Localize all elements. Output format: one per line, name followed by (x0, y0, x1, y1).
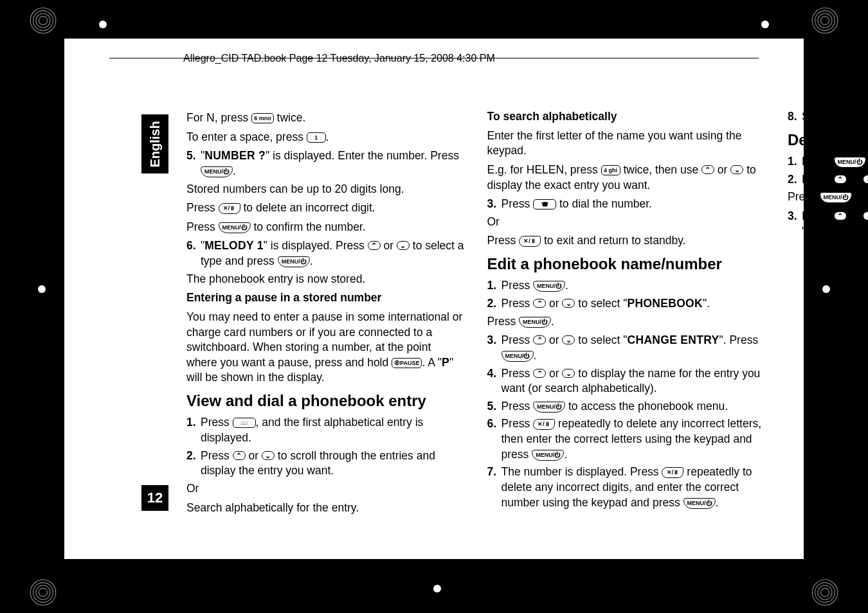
key-up: ⌃ (834, 175, 847, 184)
key-pause: ⦿PAUSE (392, 358, 422, 368)
key-4: 4 ghi (601, 165, 620, 175)
line-press-menu-2: Press MENU/⏻. (788, 190, 868, 205)
del-step-2: 2. Press ⌃ or ⌄ to select "PHONEBOOK". (788, 172, 868, 188)
key-menu: MENU/⏻ (502, 351, 534, 362)
line-space: To enter a space, press 1. (186, 130, 465, 145)
key-up: ⌃ (533, 335, 546, 344)
key-down: ⌄ (863, 211, 868, 220)
line-search: Search alphabetically for the entry. (186, 501, 465, 516)
print-mark-arc (29, 6, 57, 35)
key-down: ⌄ (863, 175, 868, 184)
key-down: ⌄ (562, 369, 575, 378)
key-down: ⌄ (562, 299, 575, 308)
svg-point-11 (39, 588, 47, 596)
heading-delete: Delete a phonebook name/number (788, 130, 868, 150)
line-pause-body: You may need to enter a pause in some in… (186, 310, 465, 386)
key-up: ⌃ (834, 211, 847, 220)
key-down: ⌄ (262, 451, 275, 460)
key-menu: MENU/⏻ (834, 157, 866, 168)
key-menu: MENU/⏻ (519, 317, 551, 328)
key-1: 1 (307, 132, 326, 143)
language-tab: English (141, 114, 168, 173)
edit-step-4: 4. Press ⌃ or ⌄ to display the name for … (487, 366, 766, 396)
line-delete-digit: Press ✕/⏸ to delete an incorrect digit. (186, 200, 465, 216)
del-step-1: 1. Press MENU/⏻. (788, 154, 868, 170)
key-menu: MENU/⏻ (683, 498, 716, 509)
view-step-2: 2. Press ⌃ or ⌄ to scroll through the en… (186, 449, 465, 479)
svg-point-10 (36, 585, 50, 600)
header-text: Allegro_CID TAD.book Page 12 Tuesday, Ja… (183, 53, 495, 64)
svg-point-7 (820, 16, 829, 24)
heading-pause: Entering a pause in a stored number (186, 290, 465, 306)
key-phonebook: 📖 (233, 418, 256, 428)
svg-point-6 (818, 13, 832, 28)
step-5: 5. "NUMBER ?" is displayed. Enter the nu… (186, 148, 465, 179)
line-or2: Or (487, 215, 766, 230)
line-or: Or (186, 481, 465, 497)
svg-point-12 (812, 580, 838, 605)
svg-point-0 (30, 8, 56, 33)
heading-search: To search alphabetically (487, 109, 766, 125)
key-menu: MENU/⏻ (278, 256, 310, 267)
print-crosshair (23, 270, 61, 308)
svg-point-8 (30, 580, 56, 605)
manual-page: Allegro_CID TAD.book Page 12 Tuesday, Ja… (64, 39, 804, 559)
key-up: ⌃ (533, 299, 546, 308)
edit-step-3: 3. Press ⌃ or ⌄ to select "CHANGE ENTRY"… (487, 333, 766, 363)
key-down: ⌄ (730, 165, 743, 174)
svg-point-2 (36, 13, 50, 28)
edit-step-5: 5. Press MENU/⏻ to access the phonebook … (487, 399, 766, 414)
del-step-3: 3. Press ⌃ or ⌄ to select "DELETE ENTRY"… (788, 209, 868, 239)
line-search-body: Enter the first letter of the name you w… (487, 129, 766, 159)
key-dial: ☎ (533, 199, 556, 209)
edit-step-1: 1. Press MENU/⏻. (487, 278, 766, 294)
heading-view-dial: View and dial a phonebook entry (186, 391, 465, 411)
key-cancel: ✕/⏸ (533, 419, 555, 430)
edit-step-7: 7. The number is displayed. Press ✕/⏸ re… (487, 465, 766, 510)
key-6: 6 mno (251, 113, 274, 123)
key-menu: MENU/⏻ (820, 192, 852, 203)
step-6: 6. "MELODY 1" is displayed. Press ⌃ or ⌄… (186, 238, 465, 269)
key-up: ⌃ (368, 241, 381, 250)
line-stored: The phonebook entry is now stored. (186, 272, 465, 287)
print-mark-arc (29, 578, 57, 607)
line-n: For N, press 6 mno twice. (186, 111, 465, 126)
line-press-menu: Press MENU/⏻. (487, 314, 766, 330)
key-menu: MENU/⏻ (533, 402, 565, 413)
key-menu: MENU/⏻ (219, 222, 251, 233)
content-columns: For N, press 6 mno twice. To enter a spa… (186, 109, 765, 520)
print-mark-arc (811, 6, 839, 35)
edit-step-8: 8. Select a melody type and press MENU/⏻… (788, 109, 868, 125)
key-down: ⌄ (397, 241, 410, 250)
svg-point-15 (820, 588, 829, 596)
view-step-3: 3. Press ☎ to dial the number. (487, 197, 766, 212)
svg-point-4 (812, 8, 838, 33)
key-menu: MENU/⏻ (533, 281, 565, 292)
line-exit: Press ✕/⏸ to exit and return to standby. (487, 233, 766, 249)
key-up: ⌃ (533, 369, 546, 378)
line-confirm: Press MENU/⏻ to confirm the number. (186, 220, 465, 235)
key-menu: MENU/⏻ (532, 450, 564, 461)
edit-step-2: 2. Press ⌃ or ⌄ to select "PHONEBOOK". (487, 296, 766, 312)
line-stored-digits: Stored numbers can be up to 20 digits lo… (186, 182, 465, 197)
print-crosshair (746, 5, 784, 44)
key-up: ⌃ (701, 165, 714, 174)
key-up: ⌃ (233, 451, 246, 460)
print-crosshair (84, 5, 122, 44)
heading-edit: Edit a phonebook name/number (487, 254, 766, 274)
key-cancel: ✕/⏸ (519, 236, 541, 247)
page-number: 12 (141, 485, 168, 511)
key-cancel: ✕/⏸ (219, 203, 240, 214)
key-menu: MENU/⏻ (201, 166, 233, 177)
print-mark-arc (811, 578, 839, 607)
line-example: E.g. for HELEN, press 4 ghi twice, then … (487, 163, 766, 193)
svg-point-14 (818, 585, 832, 600)
print-crosshair (807, 270, 845, 308)
edit-step-6: 6. Press ✕/⏸ repeatedly to delete any in… (487, 416, 766, 462)
print-crosshair (418, 569, 457, 608)
svg-point-3 (39, 16, 47, 24)
key-down: ⌄ (562, 335, 575, 344)
view-step-1: 1. Press 📖, and the first alphabetical e… (186, 415, 465, 445)
key-cancel: ✕/⏸ (662, 467, 683, 478)
